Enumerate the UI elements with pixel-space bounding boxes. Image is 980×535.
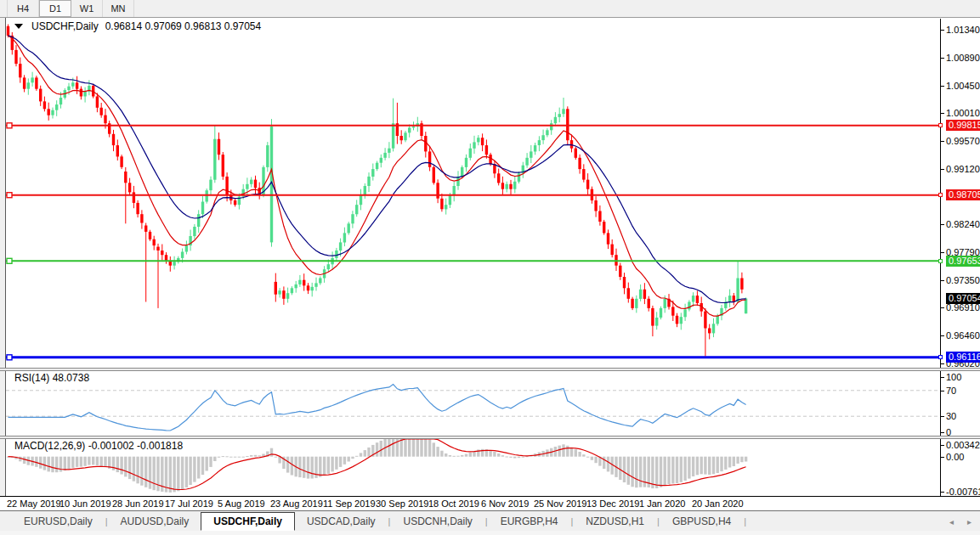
price-tick: 0.96460	[941, 330, 980, 341]
chart-tab-gbpusd[interactable]: GBPUSD,H4	[660, 513, 743, 530]
tab-scroll-controls: ◂ ▸	[949, 511, 972, 532]
window-left-edge	[0, 18, 6, 496]
chart-tab-usdcad[interactable]: USDCAD,Daily	[295, 513, 388, 530]
date-tick-label: 28 Jun 2019	[112, 498, 164, 509]
symbol-dropdown-icon[interactable]	[14, 24, 23, 29]
date-tick-label: 30 Sep 2019	[376, 498, 428, 509]
date-tick-label: 6 Nov 2019	[481, 498, 529, 509]
chart-title-row: USDCHF,Daily0.96814 0.97069 0.96813 0.97…	[14, 20, 261, 32]
date-tick-label: 20 Jan 2020	[692, 498, 744, 509]
candlestick-chart-canvas[interactable]	[6, 19, 940, 368]
date-tick-label: 25 Nov 2019	[534, 498, 586, 509]
price-axis: 1.013401.008901.004501.000100.995700.991…	[940, 19, 980, 368]
timeframe-button-mn[interactable]: MN	[103, 0, 134, 17]
chart-tab-audusd[interactable]: AUDUSD,Daily	[109, 513, 201, 530]
price-tick: 0.98240	[941, 219, 980, 229]
rsi-tick: 30	[941, 411, 956, 421]
price-tick: 1.00890	[941, 53, 980, 63]
chart-tab-bar: EURUSD,Daily|AUDUSD,DailyUSDCHF,DailyUSD…	[0, 510, 980, 531]
chart-tab-eurusd[interactable]: EURUSD,Daily	[12, 513, 105, 530]
timeframe-button-d1[interactable]: D1	[39, 0, 71, 17]
tab-separator: |	[105, 516, 108, 527]
price-level-badge: 0.98705	[946, 189, 980, 200]
chart-ohlc-values: 0.96814 0.97069 0.96813 0.97054	[105, 20, 262, 32]
macd-tick: 0.003428	[941, 440, 980, 450]
date-tick-label: 5 Aug 2019	[218, 498, 265, 509]
price-chart-panel[interactable]: USDCHF,Daily0.96814 0.97069 0.96813 0.97…	[6, 19, 940, 368]
price-level-badge: 0.99815	[946, 120, 980, 131]
rsi-label: RSI(14) 48.0738	[14, 372, 89, 384]
rsi-tick: 100	[941, 372, 961, 382]
chart-tab-nzdusd[interactable]: NZDUSD,H1	[574, 513, 656, 530]
tab-separator: |	[657, 516, 660, 527]
date-tick-label: 22 May 2019	[7, 498, 61, 509]
rsi-panel[interactable]: RSI(14) 48.0738	[6, 371, 940, 436]
level-axis-marker	[938, 259, 943, 263]
macd-label: MACD(12,26,9) -0.001002 -0.001818	[14, 440, 183, 452]
price-tick: 0.99120	[941, 164, 980, 174]
date-tick-label: 1 Jan 2020	[639, 498, 685, 509]
price-tick: 1.00450	[941, 81, 980, 91]
date-tick-label: 11 Sep 2019	[323, 498, 376, 509]
rsi-tick: 70	[941, 386, 956, 396]
tab-scroll-left-icon[interactable]: ◂	[949, 517, 954, 527]
date-axis: 22 May 201910 Jun 201928 Jun 201917 Jul …	[0, 496, 980, 511]
price-level-badge: 0.97653	[946, 256, 980, 267]
macd-tick: 0.00	[941, 452, 964, 462]
level-axis-marker	[938, 193, 943, 197]
tab-separator: |	[388, 516, 391, 527]
chart-tab-usdcnh[interactable]: USDCNH,Daily	[391, 513, 484, 530]
level-axis-marker	[938, 355, 943, 359]
level-axis-marker	[938, 123, 943, 127]
rsi-chart-canvas[interactable]	[6, 371, 940, 436]
price-level-badge: 0.96116	[946, 352, 980, 363]
macd-axis: 0.0034280.00-0.007615	[940, 439, 980, 496]
tab-scroll-right-icon[interactable]: ▸	[967, 517, 972, 527]
chart-tab-usdchf[interactable]: USDCHF,Daily	[201, 512, 295, 531]
timeframe-toolbar: H4 D1 W1 MN	[0, 0, 980, 18]
status-strip	[0, 531, 980, 535]
timeframe-button-w1[interactable]: W1	[71, 0, 103, 17]
current-price-badge: 0.97054	[946, 293, 980, 304]
chart-title: USDCHF,Daily	[31, 20, 99, 32]
date-tick-label: 17 Jul 2019	[165, 498, 213, 509]
date-tick-label: 23 Aug 2019	[270, 498, 323, 509]
tab-separator: |	[744, 516, 746, 527]
date-tick-label: 13 Dec 2019	[586, 498, 639, 509]
trading-terminal: H4 D1 W1 MN USDCHF,Daily0.96814 0.97069 …	[0, 0, 980, 535]
chart-window: USDCHF,Daily0.96814 0.97069 0.96813 0.97…	[0, 18, 980, 510]
tab-separator: |	[570, 516, 573, 527]
price-tick: 1.01340	[941, 25, 980, 35]
macd-panel[interactable]: MACD(12,26,9) -0.001002 -0.001818	[6, 439, 940, 496]
rsi-axis: 10070300	[940, 371, 980, 436]
date-tick-label: 10 Jun 2019	[59, 498, 111, 509]
date-tick-label: 18 Oct 2019	[428, 498, 479, 509]
price-tick: 0.99570	[941, 136, 980, 146]
tab-separator: |	[485, 516, 488, 527]
price-tick: 1.00010	[941, 108, 980, 118]
price-tick: 0.97350	[941, 275, 980, 285]
chart-tab-eurgbp[interactable]: EURGBP,H4	[489, 513, 570, 530]
timeframe-button-h4[interactable]: H4	[7, 0, 39, 17]
